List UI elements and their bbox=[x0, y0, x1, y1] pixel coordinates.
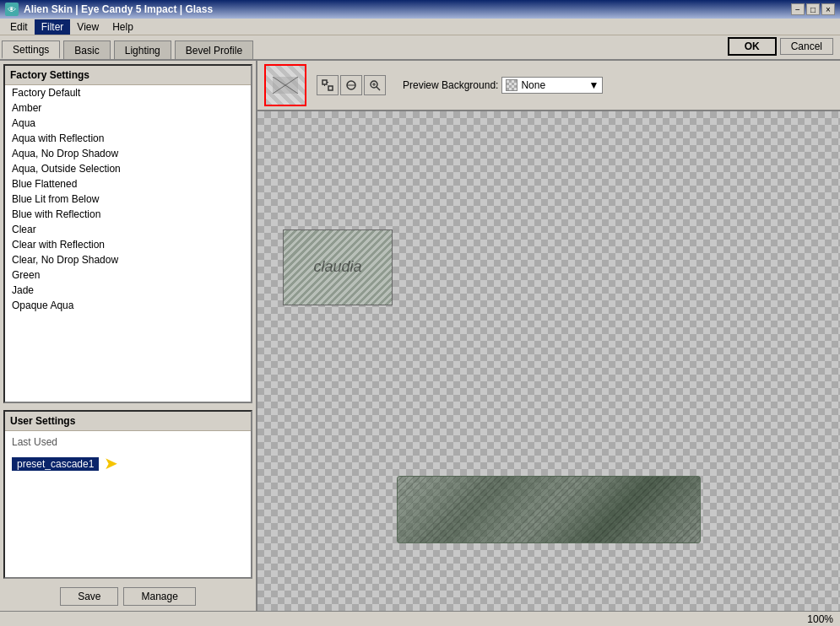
tabs-bar: Settings Basic Lighting Bevel Profile OK… bbox=[0, 35, 840, 61]
list-item[interactable]: Factory Default bbox=[5, 85, 251, 100]
list-item-aqua-no-drop[interactable]: Aqua, No Drop Shadow bbox=[5, 146, 251, 161]
factory-settings-area: Factory Settings Factory Default Amber A… bbox=[3, 64, 252, 403]
list-item[interactable]: Blue Lit from Below bbox=[5, 192, 251, 207]
manage-button[interactable]: Manage bbox=[123, 587, 195, 606]
title-controls[interactable]: − □ × bbox=[791, 3, 835, 15]
right-panel: Preview Background: None ▼ claudia bbox=[257, 61, 840, 611]
dropdown-arrow-icon: ▼ bbox=[589, 79, 599, 91]
menu-edit[interactable]: Edit bbox=[3, 19, 35, 35]
preview-background-select[interactable]: None ▼ bbox=[501, 77, 603, 94]
list-item[interactable]: Aqua, Outside Selection bbox=[5, 161, 251, 176]
list-item[interactable]: Amber bbox=[5, 100, 251, 116]
menu-help[interactable]: Help bbox=[106, 19, 140, 35]
tab-lighting[interactable]: Lighting bbox=[114, 40, 171, 59]
save-button[interactable]: Save bbox=[60, 587, 118, 606]
app-icon: 👁 bbox=[5, 3, 19, 16]
user-settings-content: Last Used preset_cascade1 ➤ bbox=[5, 431, 251, 477]
user-settings-area: User Settings Last Used preset_cascade1 … bbox=[3, 410, 252, 579]
menu-filter[interactable]: Filter bbox=[35, 19, 71, 35]
title-bar: 👁 Alien Skin | Eye Candy 5 Impact | Glas… bbox=[0, 0, 840, 19]
mini-preview-overlay: claudia bbox=[283, 229, 393, 305]
list-item-clear-reflection[interactable]: Clear with Reflection bbox=[5, 237, 251, 252]
list-item[interactable]: Clear, No Drop Shadow bbox=[5, 252, 251, 267]
svg-rect-4 bbox=[328, 86, 333, 90]
list-item[interactable]: Green bbox=[5, 267, 251, 283]
svg-rect-3 bbox=[322, 80, 327, 84]
status-bar: 100% bbox=[0, 611, 840, 626]
tab-settings[interactable]: Settings bbox=[2, 40, 60, 59]
mini-text: claudia bbox=[313, 258, 361, 277]
menu-bar: Edit Filter View Help bbox=[0, 19, 840, 35]
cursor-arrow-icon: ➤ bbox=[104, 453, 118, 473]
factory-settings-list[interactable]: Factory Default Amber Aqua Aqua with Ref… bbox=[5, 85, 251, 402]
toggle-preview-button[interactable] bbox=[340, 75, 362, 95]
preview-thumbnail[interactable] bbox=[264, 64, 306, 106]
left-panel: Factory Settings Factory Default Amber A… bbox=[0, 61, 257, 611]
list-item[interactable]: Blue with Reflection bbox=[5, 207, 251, 222]
preview-background-label: Preview Background: bbox=[403, 79, 498, 91]
list-item[interactable]: Aqua bbox=[5, 116, 251, 131]
ok-cancel-area: OK Cancel bbox=[728, 37, 840, 59]
minimize-button[interactable]: − bbox=[791, 3, 805, 15]
maximize-button[interactable]: □ bbox=[806, 3, 820, 15]
preview-canvas: claudia bbox=[257, 111, 840, 611]
list-item[interactable]: Opaque Aqua bbox=[5, 298, 251, 313]
menu-view[interactable]: View bbox=[70, 19, 106, 35]
ok-button[interactable]: OK bbox=[728, 37, 777, 56]
svg-line-10 bbox=[377, 87, 380, 90]
preview-bg-value: None bbox=[521, 79, 545, 91]
fit-to-window-button[interactable] bbox=[317, 75, 339, 95]
list-item[interactable]: Jade bbox=[5, 283, 251, 298]
list-item[interactable]: Clear bbox=[5, 222, 251, 237]
tab-basic[interactable]: Basic bbox=[63, 40, 110, 59]
save-manage-bar: Save Manage bbox=[0, 582, 256, 611]
tab-bevel-profile[interactable]: Bevel Profile bbox=[175, 40, 253, 59]
cancel-button[interactable]: Cancel bbox=[780, 38, 833, 55]
factory-settings-label: Factory Settings bbox=[5, 66, 251, 85]
title-text: Alien Skin | Eye Candy 5 Impact | Glass bbox=[24, 3, 213, 15]
last-used-label: Last Used bbox=[12, 434, 244, 450]
main-content: Settings Basic Lighting Bevel Profile OK… bbox=[0, 35, 840, 626]
zoom-level: 100% bbox=[807, 613, 833, 625]
title-bar-left: 👁 Alien Skin | Eye Candy 5 Impact | Glas… bbox=[5, 3, 213, 16]
list-item[interactable]: Blue Flattened bbox=[5, 176, 251, 192]
body-area: Factory Settings Factory Default Amber A… bbox=[0, 61, 840, 611]
zoom-button[interactable] bbox=[364, 75, 386, 95]
list-item[interactable]: Aqua with Reflection bbox=[5, 131, 251, 146]
user-preset-item[interactable]: preset_cascade1 bbox=[12, 457, 99, 471]
user-settings-label: User Settings bbox=[5, 412, 251, 431]
glass-button-preview bbox=[397, 476, 701, 543]
close-button[interactable]: × bbox=[821, 3, 835, 15]
glass-stripe-effect bbox=[398, 477, 700, 542]
preview-buttons bbox=[317, 75, 386, 95]
preview-toolbar: Preview Background: None ▼ bbox=[257, 61, 840, 111]
